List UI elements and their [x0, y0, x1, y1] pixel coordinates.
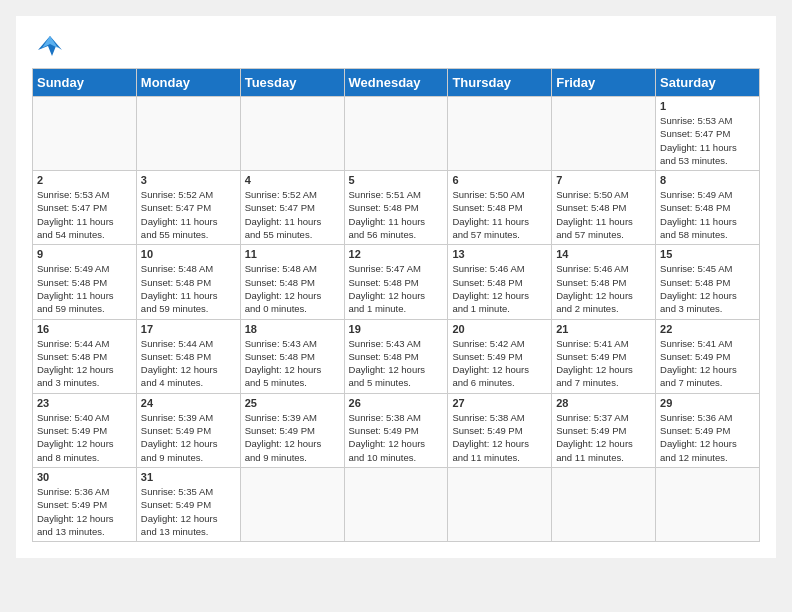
- logo-icon: [32, 32, 68, 60]
- calendar-cell: 15Sunrise: 5:45 AM Sunset: 5:48 PM Dayli…: [656, 245, 760, 319]
- day-info: Sunrise: 5:48 AM Sunset: 5:48 PM Dayligh…: [245, 262, 340, 315]
- calendar-cell: [344, 97, 448, 171]
- day-info: Sunrise: 5:39 AM Sunset: 5:49 PM Dayligh…: [141, 411, 236, 464]
- day-info: Sunrise: 5:41 AM Sunset: 5:49 PM Dayligh…: [660, 337, 755, 390]
- weekday-header-tuesday: Tuesday: [240, 69, 344, 97]
- weekday-header-thursday: Thursday: [448, 69, 552, 97]
- day-info: Sunrise: 5:50 AM Sunset: 5:48 PM Dayligh…: [452, 188, 547, 241]
- week-row-1: 1Sunrise: 5:53 AM Sunset: 5:47 PM Daylig…: [33, 97, 760, 171]
- weekday-header-sunday: Sunday: [33, 69, 137, 97]
- day-info: Sunrise: 5:41 AM Sunset: 5:49 PM Dayligh…: [556, 337, 651, 390]
- day-number: 4: [245, 174, 340, 186]
- day-info: Sunrise: 5:40 AM Sunset: 5:49 PM Dayligh…: [37, 411, 132, 464]
- day-info: Sunrise: 5:49 AM Sunset: 5:48 PM Dayligh…: [37, 262, 132, 315]
- day-number: 9: [37, 248, 132, 260]
- calendar-cell: 17Sunrise: 5:44 AM Sunset: 5:48 PM Dayli…: [136, 319, 240, 393]
- day-info: Sunrise: 5:52 AM Sunset: 5:47 PM Dayligh…: [245, 188, 340, 241]
- day-number: 28: [556, 397, 651, 409]
- day-number: 20: [452, 323, 547, 335]
- calendar-cell: [448, 467, 552, 541]
- calendar-cell: 21Sunrise: 5:41 AM Sunset: 5:49 PM Dayli…: [552, 319, 656, 393]
- weekday-header-wednesday: Wednesday: [344, 69, 448, 97]
- calendar-cell: [552, 467, 656, 541]
- day-info: Sunrise: 5:47 AM Sunset: 5:48 PM Dayligh…: [349, 262, 444, 315]
- calendar-cell: [656, 467, 760, 541]
- day-info: Sunrise: 5:44 AM Sunset: 5:48 PM Dayligh…: [141, 337, 236, 390]
- weekday-row: SundayMondayTuesdayWednesdayThursdayFrid…: [33, 69, 760, 97]
- calendar-cell: [33, 97, 137, 171]
- day-number: 23: [37, 397, 132, 409]
- day-number: 10: [141, 248, 236, 260]
- day-info: Sunrise: 5:37 AM Sunset: 5:49 PM Dayligh…: [556, 411, 651, 464]
- calendar-cell: 14Sunrise: 5:46 AM Sunset: 5:48 PM Dayli…: [552, 245, 656, 319]
- day-info: Sunrise: 5:39 AM Sunset: 5:49 PM Dayligh…: [245, 411, 340, 464]
- header: [32, 32, 760, 60]
- day-number: 6: [452, 174, 547, 186]
- calendar-cell: 27Sunrise: 5:38 AM Sunset: 5:49 PM Dayli…: [448, 393, 552, 467]
- day-info: Sunrise: 5:50 AM Sunset: 5:48 PM Dayligh…: [556, 188, 651, 241]
- day-info: Sunrise: 5:51 AM Sunset: 5:48 PM Dayligh…: [349, 188, 444, 241]
- day-number: 12: [349, 248, 444, 260]
- calendar-cell: [552, 97, 656, 171]
- calendar-cell: 13Sunrise: 5:46 AM Sunset: 5:48 PM Dayli…: [448, 245, 552, 319]
- day-number: 2: [37, 174, 132, 186]
- calendar-cell: [344, 467, 448, 541]
- week-row-4: 16Sunrise: 5:44 AM Sunset: 5:48 PM Dayli…: [33, 319, 760, 393]
- calendar-table: SundayMondayTuesdayWednesdayThursdayFrid…: [32, 68, 760, 542]
- week-row-2: 2Sunrise: 5:53 AM Sunset: 5:47 PM Daylig…: [33, 171, 760, 245]
- calendar-cell: [240, 467, 344, 541]
- day-info: Sunrise: 5:46 AM Sunset: 5:48 PM Dayligh…: [452, 262, 547, 315]
- calendar-cell: 26Sunrise: 5:38 AM Sunset: 5:49 PM Dayli…: [344, 393, 448, 467]
- calendar-cell: 11Sunrise: 5:48 AM Sunset: 5:48 PM Dayli…: [240, 245, 344, 319]
- calendar-cell: 5Sunrise: 5:51 AM Sunset: 5:48 PM Daylig…: [344, 171, 448, 245]
- calendar-body: 1Sunrise: 5:53 AM Sunset: 5:47 PM Daylig…: [33, 97, 760, 542]
- day-number: 11: [245, 248, 340, 260]
- calendar-cell: 9Sunrise: 5:49 AM Sunset: 5:48 PM Daylig…: [33, 245, 137, 319]
- calendar-cell: [240, 97, 344, 171]
- calendar-cell: 12Sunrise: 5:47 AM Sunset: 5:48 PM Dayli…: [344, 245, 448, 319]
- weekday-header-friday: Friday: [552, 69, 656, 97]
- calendar-cell: 22Sunrise: 5:41 AM Sunset: 5:49 PM Dayli…: [656, 319, 760, 393]
- day-info: Sunrise: 5:35 AM Sunset: 5:49 PM Dayligh…: [141, 485, 236, 538]
- week-row-3: 9Sunrise: 5:49 AM Sunset: 5:48 PM Daylig…: [33, 245, 760, 319]
- day-info: Sunrise: 5:52 AM Sunset: 5:47 PM Dayligh…: [141, 188, 236, 241]
- calendar-cell: 8Sunrise: 5:49 AM Sunset: 5:48 PM Daylig…: [656, 171, 760, 245]
- calendar-header: SundayMondayTuesdayWednesdayThursdayFrid…: [33, 69, 760, 97]
- day-number: 14: [556, 248, 651, 260]
- day-number: 22: [660, 323, 755, 335]
- day-info: Sunrise: 5:38 AM Sunset: 5:49 PM Dayligh…: [349, 411, 444, 464]
- day-info: Sunrise: 5:42 AM Sunset: 5:49 PM Dayligh…: [452, 337, 547, 390]
- calendar-cell: 24Sunrise: 5:39 AM Sunset: 5:49 PM Dayli…: [136, 393, 240, 467]
- day-number: 30: [37, 471, 132, 483]
- day-info: Sunrise: 5:49 AM Sunset: 5:48 PM Dayligh…: [660, 188, 755, 241]
- day-info: Sunrise: 5:43 AM Sunset: 5:48 PM Dayligh…: [245, 337, 340, 390]
- page: SundayMondayTuesdayWednesdayThursdayFrid…: [16, 16, 776, 558]
- calendar-cell: 23Sunrise: 5:40 AM Sunset: 5:49 PM Dayli…: [33, 393, 137, 467]
- calendar-cell: [448, 97, 552, 171]
- day-number: 15: [660, 248, 755, 260]
- calendar-cell: 6Sunrise: 5:50 AM Sunset: 5:48 PM Daylig…: [448, 171, 552, 245]
- day-number: 18: [245, 323, 340, 335]
- day-info: Sunrise: 5:53 AM Sunset: 5:47 PM Dayligh…: [660, 114, 755, 167]
- day-number: 16: [37, 323, 132, 335]
- calendar-cell: 28Sunrise: 5:37 AM Sunset: 5:49 PM Dayli…: [552, 393, 656, 467]
- day-info: Sunrise: 5:46 AM Sunset: 5:48 PM Dayligh…: [556, 262, 651, 315]
- day-number: 1: [660, 100, 755, 112]
- calendar-cell: 31Sunrise: 5:35 AM Sunset: 5:49 PM Dayli…: [136, 467, 240, 541]
- calendar-cell: 7Sunrise: 5:50 AM Sunset: 5:48 PM Daylig…: [552, 171, 656, 245]
- calendar-cell: 19Sunrise: 5:43 AM Sunset: 5:48 PM Dayli…: [344, 319, 448, 393]
- day-number: 21: [556, 323, 651, 335]
- calendar-cell: 10Sunrise: 5:48 AM Sunset: 5:48 PM Dayli…: [136, 245, 240, 319]
- day-number: 17: [141, 323, 236, 335]
- day-info: Sunrise: 5:38 AM Sunset: 5:49 PM Dayligh…: [452, 411, 547, 464]
- day-number: 24: [141, 397, 236, 409]
- weekday-header-saturday: Saturday: [656, 69, 760, 97]
- day-number: 25: [245, 397, 340, 409]
- day-number: 19: [349, 323, 444, 335]
- day-info: Sunrise: 5:53 AM Sunset: 5:47 PM Dayligh…: [37, 188, 132, 241]
- week-row-5: 23Sunrise: 5:40 AM Sunset: 5:49 PM Dayli…: [33, 393, 760, 467]
- day-info: Sunrise: 5:48 AM Sunset: 5:48 PM Dayligh…: [141, 262, 236, 315]
- calendar-cell: 1Sunrise: 5:53 AM Sunset: 5:47 PM Daylig…: [656, 97, 760, 171]
- day-number: 29: [660, 397, 755, 409]
- day-number: 8: [660, 174, 755, 186]
